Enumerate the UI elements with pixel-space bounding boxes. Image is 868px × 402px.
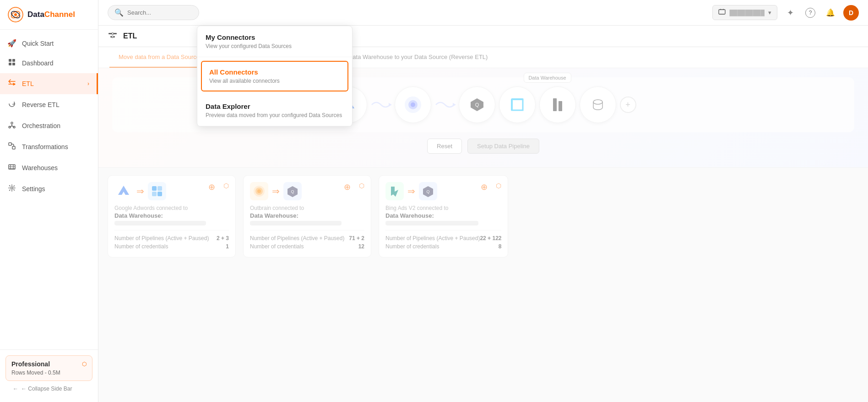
svg-rect-4 [9,59,11,62]
stat-label: Number of Pipelines (Active + Paused) [385,235,480,241]
search-bar[interactable]: 🔍 [108,5,199,20]
card-stat-row-1-2: Number of credentials 1 [114,242,229,251]
sidebar-item-reverse-etl[interactable]: Reverse ETL [0,94,98,115]
svg-rect-15 [719,10,725,14]
ai-button[interactable]: ✦ [783,5,797,20]
search-input[interactable] [127,9,192,16]
card-source-icon-2 [250,182,268,200]
pipeline-card-outbrain: ⇒ Q ⊕ ⬡ Outbrain connected to Data Wareh… [243,175,371,257]
svg-rect-11 [9,143,11,145]
card-source-label-1: Google Adwords connected to [114,205,229,211]
bell-icon: 🔔 [826,8,835,17]
header-right: █████████ ▾ ✦ ? 🔔 D [712,5,859,21]
transform-node [395,86,431,123]
sidebar-bottom: Professional ⬡ Rows Moved - 0.5M ← ← Col… [0,349,98,402]
pipeline-arrow-2 [431,100,459,109]
card-arrow-icon-1: ⇒ [136,186,144,197]
reset-button[interactable]: Reset [427,139,462,154]
etl-settings-icon[interactable] [108,30,118,42]
warehouses-icon [7,163,16,173]
svg-text:Q: Q [291,189,294,194]
svg-rect-5 [12,59,15,62]
sidebar-item-label: ETL [22,80,34,87]
sidebar-item-orchestration[interactable]: Orchestration [0,115,98,136]
card-add-button-1[interactable]: ⊕ [208,182,215,192]
dashboard-icon [7,59,16,68]
svg-point-19 [112,33,114,35]
card-dest-icon-2: Q [283,182,302,200]
logo-icon [7,6,24,23]
rows-moved: Rows Moved - 0.5M [11,370,87,376]
stat-value: 2 + 3 [217,235,229,241]
destination-node-1: Q [459,86,495,123]
sidebar-item-warehouses[interactable]: Warehouses [0,157,98,178]
svg-point-30 [593,100,602,104]
card-dest-icon-1 [148,182,166,200]
card-external-link-2[interactable]: ⬡ [359,182,364,189]
stat-label: Number of Pipelines (Active + Paused) [250,235,344,241]
destination-node-mysql [580,86,616,123]
professional-box: Professional ⬡ Rows Moved - 0.5M [5,355,92,381]
svg-rect-28 [553,98,557,111]
card-arrow-icon-2: ⇒ [272,186,280,197]
stat-label: Number of credentials [114,243,168,250]
pipeline-card-google-adwords: ⇒ ⊕ ⬡ Google Adwords connected to Data W… [108,175,236,257]
data-explorer-title: Data Explorer [206,102,344,110]
destination-node-3 [539,86,576,123]
card-external-link-3[interactable]: ⬡ [496,182,501,189]
my-connectors-desc: View your configured Data Sources [206,43,344,49]
user-avatar[interactable]: D [843,5,859,21]
card-stat-row-2-1: Number of Pipelines (Active + Paused) 71… [250,234,364,242]
main-area: 🔍 █████████ ▾ ✦ ? 🔔 D [98,0,868,402]
card-source-icon-1 [114,182,133,200]
logo-text: DataChannel [27,10,75,19]
svg-point-8 [11,122,13,124]
sidebar-item-settings[interactable]: Settings [0,178,98,199]
stat-label: Number of credentials [385,243,439,250]
professional-external-link[interactable]: ⬡ [82,361,87,367]
collapse-sidebar-button[interactable]: ← ← Collapse Side Bar [5,381,92,397]
sidebar: DataChannel 🚀 Quick Start Dashboard ETL … [0,0,98,402]
notifications-button[interactable]: 🔔 [823,5,838,20]
sidebar-item-label: Reverse ETL [22,101,60,108]
add-destination-button[interactable]: + [620,96,636,113]
settings-nav-icon [7,184,16,194]
sidebar-item-label: Quick Start [22,40,54,47]
card-warehouse-name-2 [250,221,342,225]
chevron-down-icon: ▾ [768,9,771,16]
svg-point-20 [112,36,114,38]
dropdown-item-all-connectors[interactable]: All Connectors View all available connec… [201,61,348,91]
professional-label: Professional [11,360,50,368]
sidebar-item-etl[interactable]: ETL › [0,73,98,94]
sidebar-item-quick-start[interactable]: 🚀 Quick Start [0,33,98,53]
card-stat-row-3-1: Number of Pipelines (Active + Paused) 22… [385,234,501,242]
chevron-right-icon: › [87,80,89,87]
card-stats-1: Number of Pipelines (Active + Paused) 2 … [114,230,229,251]
card-dest-icon-3: Q [419,182,437,200]
stat-value: 71 + 2 [349,235,364,241]
card-add-button-2[interactable]: ⊕ [344,182,351,192]
etl-icon [7,79,16,89]
svg-point-37 [257,189,261,193]
stat-value: 22 + 122 [480,235,501,241]
help-icon: ? [805,8,815,18]
orchestration-icon [7,121,16,131]
card-warehouse-label-1: Data Warehouse: [114,212,229,219]
card-warehouse-name-3 [385,221,478,225]
card-stat-row-3-2: Number of credentials 8 [385,242,501,251]
sidebar-item-transformations[interactable]: Transformations [0,136,98,157]
svg-point-24 [411,102,415,107]
card-arrow-icon-3: ⇒ [407,186,415,197]
setup-pipeline-button[interactable]: Setup Data Pipeline [467,139,539,154]
dropdown-item-data-explorer[interactable]: Data Explorer Preview data moved from yo… [197,95,352,126]
all-connectors-desc: View all available connectors [209,78,340,84]
help-button[interactable]: ? [803,5,818,20]
card-add-button-3[interactable]: ⊕ [481,182,488,192]
workspace-selector[interactable]: █████████ ▾ [712,5,777,20]
dropdown-item-my-connectors[interactable]: My Connectors View your configured Data … [197,26,352,57]
svg-text:Q: Q [426,189,429,194]
stat-label: Number of Pipelines (Active + Paused) [114,235,209,241]
etl-dropdown-panel: My Connectors View your configured Data … [197,26,353,127]
card-external-link-1[interactable]: ⬡ [223,182,229,189]
sidebar-item-dashboard[interactable]: Dashboard [0,53,98,73]
